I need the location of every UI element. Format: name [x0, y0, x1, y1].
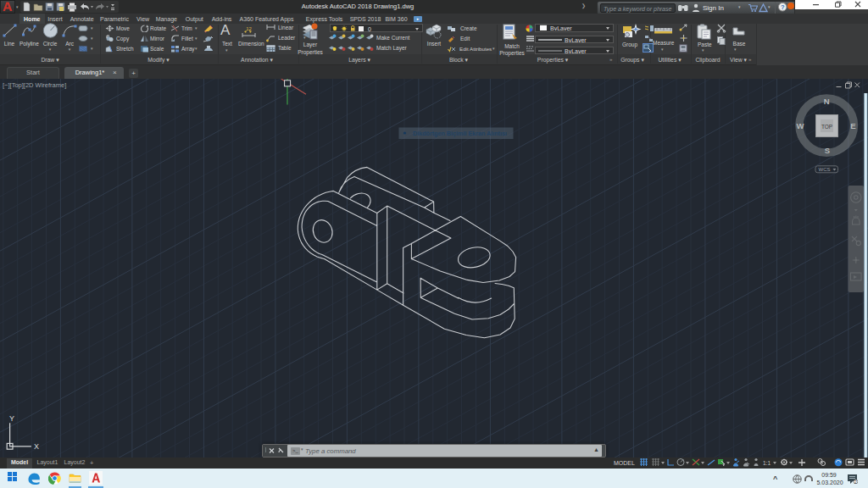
svg-text:ByLayer: ByLayer	[550, 25, 572, 30]
svg-text:Y: Y	[9, 414, 14, 423]
svg-text:S: S	[825, 146, 830, 155]
svg-text:E: E	[850, 121, 855, 130]
svg-text:TOP: TOP	[821, 124, 832, 130]
svg-text:12: 12	[246, 26, 252, 31]
svg-text:Dikdörtgen Biçimli Ekran Alınt: Dikdörtgen Biçimli Ekran Alıntısı	[413, 130, 507, 137]
svg-text:X: X	[34, 442, 39, 451]
svg-text:W: W	[797, 121, 804, 130]
svg-text:?: ?	[781, 3, 785, 11]
svg-text:N: N	[824, 97, 830, 106]
svg-text:WCS: WCS	[819, 167, 831, 172]
svg-text:2: 2	[854, 480, 857, 485]
svg-text:0: 0	[368, 25, 371, 31]
svg-text:ByLayer: ByLayer	[565, 36, 587, 42]
svg-text:ByLayer: ByLayer	[565, 47, 587, 53]
svg-text:[−][Top][2D Wireframe]: [−][Top][2D Wireframe]	[3, 81, 66, 89]
svg-text:1:1: 1:1	[763, 460, 771, 466]
